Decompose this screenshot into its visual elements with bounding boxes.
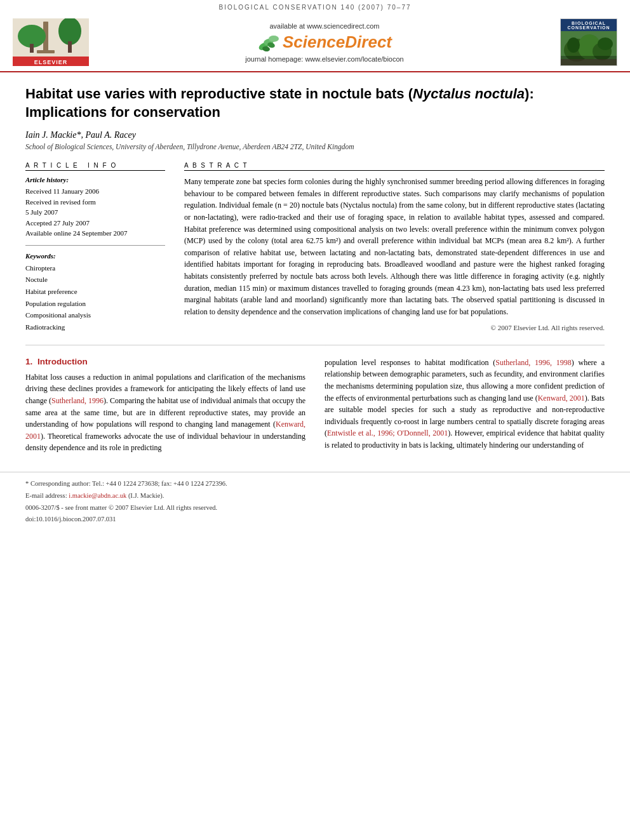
body-col-right: population level responses to habitat mo… (325, 357, 605, 459)
section1-title: Introduction (37, 357, 88, 366)
bio-con-logo-title: BIOLOGICAL CONSERVATION (561, 19, 617, 31)
body-col-left: 1. Introduction Habitat loss causes a re… (25, 357, 305, 459)
svg-rect-4 (68, 41, 72, 53)
doi-note: doi:10.1016/j.biocon.2007.07.031 (25, 514, 605, 525)
section-divider (25, 345, 605, 345)
svg-point-11 (269, 36, 279, 42)
available-online-date: Available online 24 September 2007 (25, 228, 165, 239)
bio-con-logo-image (561, 31, 617, 65)
svg-point-19 (567, 37, 580, 53)
svg-rect-2 (37, 50, 55, 53)
journal-header: Biological Conservation 140 (2007) 70–77 (0, 0, 630, 13)
direct-part: Direct (345, 32, 392, 51)
keywords-label: Keywords: (25, 252, 165, 260)
ref-kenward-2001[interactable]: Kenward, 2001 (25, 420, 305, 441)
sciencedirect-logo: ScienceDirect (89, 32, 560, 53)
banner-row: ELSEVIER available at www.sciencedirect.… (0, 13, 630, 72)
abstract-paragraph: Many temperate zone bat species form col… (184, 176, 605, 317)
keyword-compositional-analysis: Compositional analysis (25, 309, 165, 321)
info-divider (25, 245, 165, 246)
received-revised-date: 5 July 2007 (25, 207, 165, 218)
intro-para-2: population level responses to habitat mo… (325, 357, 605, 451)
ref-sutherland-1996-1998[interactable]: Sutherland, 1996, 1998 (495, 358, 572, 367)
received-date: Received 11 January 2006 (25, 186, 165, 197)
intro-para-1: Habitat loss causes a reduction in anima… (25, 371, 305, 454)
elsevier-logo: ELSEVIER (13, 18, 89, 66)
keyword-noctule: Noctule (25, 274, 165, 286)
page-wrapper: Biological Conservation 140 (2007) 70–77… (0, 0, 630, 533)
svg-rect-6 (30, 44, 34, 53)
article-title: Habitat use varies with reproductive sta… (25, 85, 605, 121)
journal-header-text: Biological Conservation 140 (2007) 70–77 (218, 4, 411, 11)
keyword-habitat-preference: Habitat preference (25, 286, 165, 298)
corresponding-author-note: * Corresponding author: Tel.: +44 0 1224… (25, 479, 605, 490)
abstract-section-label: A B S T R A C T (184, 162, 605, 171)
section1-body-right: population level responses to habitat mo… (325, 357, 605, 451)
bio-con-logo: BIOLOGICAL CONSERVATION (560, 18, 617, 66)
journal-homepage: journal homepage: www.elsevier.com/locat… (89, 55, 560, 63)
footer-notes: * Corresponding author: Tel.: +44 0 1224… (0, 472, 630, 533)
article-info-abstract-row: A R T I C L E I N F O Article history: R… (25, 162, 605, 333)
science-part: Science (283, 32, 345, 51)
ref-kenward-2001-2[interactable]: Kenward, 2001 (538, 394, 585, 403)
email-link[interactable]: i.mackie@abdn.ac.uk (69, 492, 126, 499)
email-note: E-mail address: i.mackie@abdn.ac.uk (I.J… (25, 491, 605, 502)
ref-entwistle[interactable]: Entwistle et al., 1996; O'Donnell, 2001 (327, 429, 448, 437)
issn-note: 0006-3207/$ - see front matter © 2007 El… (25, 503, 605, 514)
authors: Iain J. Mackie*, Paul A. Racey (25, 130, 605, 140)
sciencedirect-text: ScienceDirect (283, 32, 392, 52)
abstract-text: Many temperate zone bat species form col… (184, 176, 605, 317)
body-two-col: 1. Introduction Habitat loss causes a re… (25, 357, 605, 459)
received-revised-label: Received in revised form (25, 197, 165, 208)
ref-sutherland-1996[interactable]: Sutherland, 1996 (51, 396, 104, 405)
section1-heading: 1. Introduction (25, 357, 305, 366)
article-content: Habitat use varies with reproductive sta… (0, 72, 630, 472)
keyword-chiroptera: Chiroptera (25, 262, 165, 274)
left-column: A R T I C L E I N F O Article history: R… (25, 162, 165, 333)
center-banner: available at www.sciencedirect.com Scien… (89, 22, 560, 63)
sciencedirect-url: available at www.sciencedirect.com (89, 22, 560, 30)
copyright-line: © 2007 Elsevier Ltd. All rights reserved… (184, 324, 605, 331)
article-history-label: Article history: (25, 176, 165, 183)
right-column: A B S T R A C T Many temperate zone bat … (184, 162, 605, 333)
article-info-section-label: A R T I C L E I N F O (25, 162, 165, 171)
keyword-radiotracking: Radiotracking (25, 321, 165, 333)
svg-rect-18 (561, 59, 617, 65)
svg-point-3 (58, 18, 81, 45)
accepted-date: Accepted 27 July 2007 (25, 218, 165, 229)
keyword-population-regulation: Population regulation (25, 298, 165, 310)
section1-body-left: Habitat loss causes a reduction in anima… (25, 371, 305, 454)
affiliation: School of Biological Sciences, Universit… (25, 143, 605, 150)
sciencedirect-leaves-icon (257, 32, 280, 53)
section1-number: 1. (25, 357, 32, 366)
svg-point-20 (598, 37, 613, 50)
svg-text:ELSEVIER: ELSEVIER (34, 59, 68, 65)
